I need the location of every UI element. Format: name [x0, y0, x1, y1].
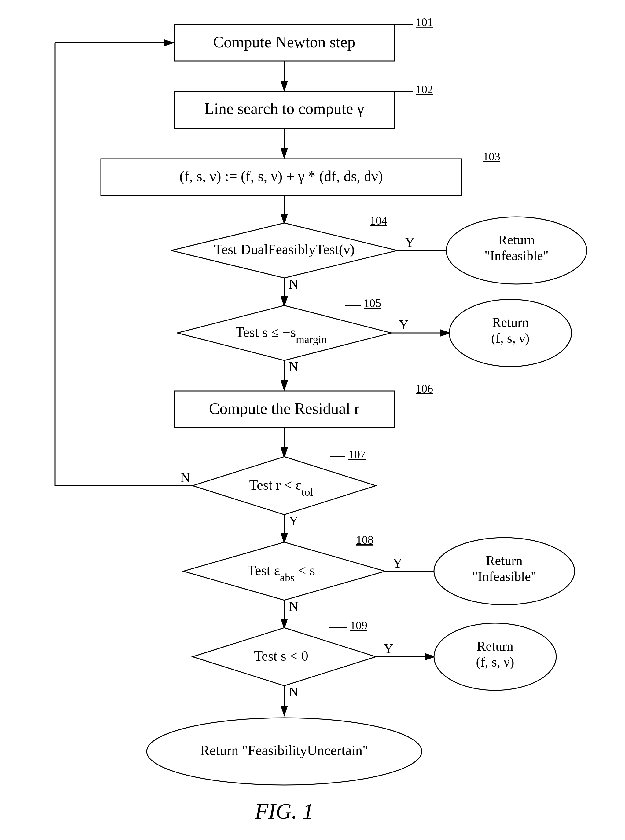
label-109-n: N	[289, 685, 299, 699]
node-109-label: Test s < 0	[254, 648, 308, 664]
ret-infeasible-2-line2: "Infeasible"	[472, 569, 536, 584]
node-104-label: Test DualFeasiblyTest(ν)	[214, 242, 354, 257]
ret-infeasible-1-line1: Return	[498, 232, 535, 247]
label-107-n: N	[180, 470, 190, 485]
node-108	[183, 542, 385, 600]
label-105-n: N	[289, 359, 299, 374]
label-108-y: Y	[393, 556, 403, 570]
fig-label: FIG. 1	[255, 799, 314, 823]
label-108-n: N	[289, 599, 299, 614]
ref-107: 107	[348, 448, 366, 460]
ref-106: 106	[416, 382, 433, 395]
ref-105: 105	[364, 297, 381, 310]
label-104-y: Y	[405, 235, 415, 250]
ref-101: 101	[416, 15, 433, 28]
flowchart-diagram: Compute Newton step 101 Line search to c…	[0, 0, 625, 840]
ret-fsnu-1-line2: (f, s, ν)	[491, 331, 530, 346]
node-103-label: (f, s, ν) := (f, s, ν) + γ * (df, ds, dν…	[179, 168, 383, 184]
label-104-n: N	[289, 277, 299, 292]
node-106-label: Compute the Residual r	[209, 400, 359, 417]
ref-108: 108	[356, 533, 373, 546]
ret-fsnu-2-line1: Return	[477, 639, 513, 654]
label-105-y: Y	[399, 318, 409, 332]
ret-feasibility-uncertain-label: Return "FeasibilityUncertain"	[200, 742, 368, 758]
ret-infeasible-2-line1: Return	[486, 553, 522, 568]
ref-109: 109	[350, 619, 367, 632]
ref-104: 104	[370, 214, 387, 227]
ret-fsnu-2-line2: (f, s, ν)	[476, 655, 515, 670]
node-101-label: Compute Newton step	[213, 33, 355, 51]
node-102-label: Line search to compute γ	[204, 100, 364, 117]
ret-infeasible-1-line2: "Infeasible"	[484, 248, 548, 263]
label-109-y: Y	[384, 641, 393, 656]
ref-102: 102	[416, 83, 433, 96]
label-107-y: Y	[289, 513, 299, 528]
ref-103: 103	[483, 150, 500, 163]
ret-fsnu-1-line1: Return	[492, 315, 529, 330]
